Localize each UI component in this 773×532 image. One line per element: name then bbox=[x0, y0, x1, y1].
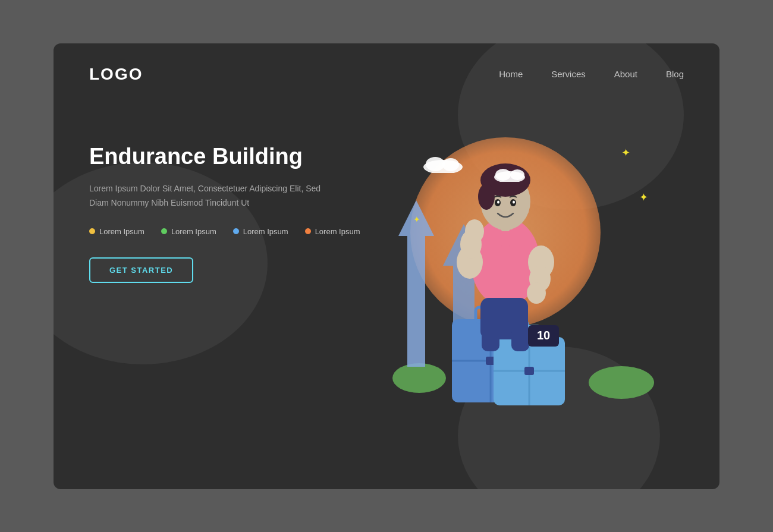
svg-marker-6 bbox=[398, 200, 434, 367]
svg-point-1 bbox=[426, 157, 445, 171]
navbar: LOGO Home Services About Blog bbox=[54, 43, 719, 96]
left-section: Endurance Building Lorem Ipsum Dolor Sit… bbox=[89, 119, 360, 283]
svg-point-32 bbox=[527, 282, 546, 304]
tag-label-3: Lorem Ipsum bbox=[243, 227, 288, 236]
tag-dot-1 bbox=[89, 228, 95, 234]
sparkle-1: ✦ bbox=[621, 146, 630, 159]
svg-point-26 bbox=[513, 200, 515, 203]
nav-links: Home Services About Blog bbox=[499, 69, 684, 80]
tag-label-2: Lorem Ipsum bbox=[171, 227, 216, 236]
tag-1: Lorem Ipsum bbox=[89, 227, 144, 236]
logo: LOGO bbox=[89, 65, 143, 84]
svg-rect-17 bbox=[524, 367, 534, 375]
nav-item-blog[interactable]: Blog bbox=[666, 69, 684, 80]
tag-dot-2 bbox=[161, 228, 167, 234]
sparkle-3: ✦ bbox=[413, 215, 420, 224]
svg-rect-37 bbox=[509, 229, 517, 247]
hero-title: Endurance Building bbox=[89, 143, 360, 171]
cloud-2 bbox=[494, 167, 526, 184]
tag-2: Lorem Ipsum bbox=[161, 227, 216, 236]
svg-point-25 bbox=[497, 200, 499, 203]
sparkle-2: ✦ bbox=[639, 191, 648, 204]
tags-row: Lorem Ipsum Lorem Ipsum Lorem Ipsum Lore… bbox=[89, 227, 360, 236]
svg-point-2 bbox=[442, 158, 459, 171]
nav-item-services[interactable]: Services bbox=[551, 69, 586, 80]
tag-dot-3 bbox=[233, 228, 239, 234]
svg-rect-35 bbox=[511, 328, 529, 351]
tag-dot-4 bbox=[305, 228, 311, 234]
svg-rect-34 bbox=[482, 328, 499, 351]
illustration-section: ✦ ✦ ✦ bbox=[363, 119, 684, 464]
ground-right bbox=[589, 366, 654, 399]
cloud-1 bbox=[422, 155, 464, 175]
get-started-button[interactable]: GET STARTED bbox=[89, 257, 193, 283]
nav-item-about[interactable]: About bbox=[614, 69, 637, 80]
tag-4: Lorem Ipsum bbox=[305, 227, 360, 236]
hero-description: Lorem Ipsum Dolor Sit Amet, Consectetuer… bbox=[89, 182, 339, 210]
page-wrapper: LOGO Home Services About Blog Endurance … bbox=[54, 43, 719, 489]
svg-point-22 bbox=[478, 184, 495, 210]
number-badge: 10 bbox=[528, 325, 559, 347]
tag-label-1: Lorem Ipsum bbox=[99, 227, 144, 236]
nav-item-home[interactable]: Home bbox=[499, 69, 523, 80]
svg-point-29 bbox=[465, 219, 484, 243]
tag-label-4: Lorem Ipsum bbox=[315, 227, 360, 236]
svg-point-5 bbox=[510, 169, 524, 180]
svg-point-4 bbox=[495, 169, 511, 181]
svg-rect-36 bbox=[494, 229, 502, 247]
main-content: Endurance Building Lorem Ipsum Dolor Sit… bbox=[54, 96, 719, 476]
tag-3: Lorem Ipsum bbox=[233, 227, 288, 236]
